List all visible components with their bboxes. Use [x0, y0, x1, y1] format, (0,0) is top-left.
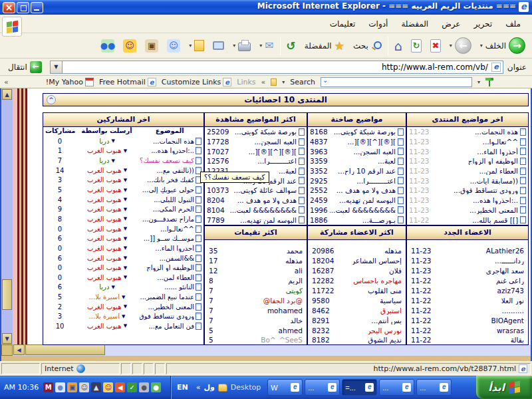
topic-link[interactable]: التبول الليلي... — [154, 196, 194, 203]
tray-smiley-icon[interactable]: ☺ — [79, 382, 89, 392]
quicklaunch-chevron-icon[interactable]: « — [196, 383, 201, 392]
table-row[interactable]: ][®][^][®][... 4837 — [308, 137, 406, 147]
menu-item[interactable]: تعليمات — [324, 17, 362, 31]
poster-name-link[interactable]: هبوب الغرب — [87, 235, 122, 242]
table-row[interactable]: mohamed 7 — [205, 305, 307, 315]
table-row[interactable]: البوسه لمن تهديه... 7789 — [205, 215, 307, 225]
topic-link[interactable]: الحرم المكي... — [153, 205, 194, 213]
table-row[interactable]: &&&&&&&& لعبت... 8104 — [205, 205, 307, 215]
links-search-input[interactable] — [321, 77, 472, 87]
member-name-link[interactable]: ALathier26 — [486, 247, 524, 255]
print-dropdown-icon[interactable]: ▾ — [233, 43, 235, 49]
address-dropdown-icon[interactable]: ▼ — [51, 61, 63, 73]
table-row[interactable]: محمد 35 — [205, 246, 307, 256]
table-row[interactable]: عندما نبيع الضمير... ▼اسيرة بلا... 5 — [43, 292, 203, 302]
member-name-link[interactable]: نورس البحر — [368, 327, 402, 334]
poster-name-link[interactable]: دريا — [99, 283, 109, 291]
member-name-link[interactable]: @برد الجفا@ — [263, 297, 303, 305]
poster-name-link[interactable]: دريا — [99, 157, 109, 164]
topic-link[interactable]: المعنى الخطير... — [432, 206, 518, 214]
table-row[interactable]: سياسية 9580 — [308, 295, 406, 305]
topic-link[interactable]: عندما نبيع الضمير... — [140, 293, 194, 301]
member-name-link[interactable]: محمد — [287, 247, 303, 255]
last-post-arrow-icon[interactable]: ▼ — [124, 188, 127, 193]
table-row[interactable]: العبه السجن... 17728 — [205, 137, 307, 147]
member-name-link[interactable]: aziz743 — [497, 287, 524, 295]
table-row[interactable]: ALathier26 11-23 — [407, 246, 528, 256]
table-row[interactable]: wrasras 11-22 — [407, 325, 528, 335]
table-row[interactable]: المعنى الخطير... ▼هبوب الغرب 2 — [43, 302, 203, 312]
table-row[interactable]: نديم الشوق 8182 — [308, 335, 406, 344]
table-row[interactable]: ردانــــــ... 11-23 — [407, 256, 528, 266]
table-row[interactable]: بقالة 11-22 — [407, 335, 528, 344]
table-row[interactable]: أحذروا الماء... 11-23 — [407, 146, 528, 156]
back-button[interactable]: → الخلف ▾ — [477, 36, 528, 55]
table-row[interactable]: &&السفن... ▼هبوب الغرب 6 — [43, 253, 203, 263]
last-post-arrow-icon[interactable]: ▼ — [111, 158, 114, 164]
table-row[interactable]: الوظيفه او الزواج ▼هبوب الغرب 0 — [43, 263, 203, 273]
table-row[interactable]: بـورصـــة... 1886 — [308, 215, 406, 225]
table-row[interactable]: بورصة شبكة كويتي... 25209 — [205, 127, 307, 137]
taskbar-window-button[interactable]: W e — [267, 379, 303, 396]
forward-button[interactable]: ← ▾ — [447, 36, 474, 55]
scroll-left-icon[interactable]: ◀ — [13, 344, 25, 355]
companion-dropdown-icon[interactable]: ▾ — [477, 79, 480, 85]
topic-link[interactable]: أحذروا الماء... — [432, 148, 518, 156]
research-button[interactable]: ▣ — [142, 38, 161, 54]
table-row[interactable]: منى القلوب 11722 — [308, 286, 406, 296]
topic-link[interactable]: ..:احذروا هذه... — [151, 147, 194, 154]
yahoo-messenger-button[interactable]: ☺ — [120, 38, 139, 54]
last-post-arrow-icon[interactable]: ▼ — [124, 168, 127, 173]
mail-button[interactable]: ✉▾ — [257, 38, 276, 53]
table-row[interactable]: هدف ولا مو هدف ... 8204 — [205, 196, 307, 205]
collapse-icon[interactable]: ^ — [47, 95, 56, 104]
table-row[interactable]: الريم 8 — [205, 276, 307, 286]
minimize-icon[interactable] — [31, 2, 43, 13]
tray-volume-icon[interactable]: ◀ — [115, 382, 125, 392]
stop-button[interactable]: ✖ — [428, 38, 444, 54]
mail-dropdown-icon[interactable]: ▾ — [259, 43, 262, 49]
topic-link[interactable]: المعنى الخطير... — [148, 303, 194, 311]
topic-link[interactable]: ((مسابقة ايات... — [432, 177, 518, 185]
topic-link[interactable]: البوسه لمن تهديه... — [227, 216, 297, 224]
link-my-yahoo[interactable]: My Yahoo! — [46, 78, 94, 86]
table-row[interactable]: إحساس المشاعر 18204 — [308, 256, 406, 266]
messenger-button[interactable]: ●● — [98, 38, 117, 54]
topic-link[interactable]: عند الرقم 10 راح... — [330, 167, 396, 175]
language-indicator[interactable]: EN — [172, 383, 194, 392]
last-post-arrow-icon[interactable]: ▼ — [124, 265, 127, 271]
arabic-app-icon[interactable]: ول — [203, 383, 214, 392]
favorites-button[interactable]: ★ المفضلة — [302, 38, 347, 54]
home-button[interactable]: ⌂ — [392, 39, 405, 53]
table-row[interactable]: كيف تسعف نفسك؟؟ ▼دريا 7 — [43, 156, 203, 166]
topic-link[interactable]: البوسه لمن تهديه... — [330, 196, 396, 204]
topic-link[interactable]: الوظيفه او الزواج — [146, 264, 194, 271]
table-row[interactable]: ماراح تصدقـــون... ▼هبوب الغرب 8 — [43, 214, 203, 224]
topic-link[interactable]: العبه السجن... — [231, 138, 297, 146]
topic-link[interactable]: بـورصـــة... — [330, 216, 396, 224]
page-horizontal-scrollbar[interactable]: ◀ — [1, 344, 531, 356]
member-name-link[interactable]: ali — [295, 267, 303, 275]
topic-link[interactable]: []] قسم بالله... — [432, 216, 518, 224]
table-row[interactable]: ^^تعالـوا... 11-23 — [407, 137, 528, 147]
menu-item[interactable]: عرض — [436, 17, 466, 31]
table-row[interactable]: العبه السجن... 3963 — [308, 146, 406, 156]
topic-link[interactable]: موســك ســو [[... — [144, 235, 194, 242]
notes-button[interactable]: ▾ — [186, 39, 207, 53]
last-post-arrow-icon[interactable]: ▼ — [124, 216, 127, 221]
member-name-link[interactable]: نور العلا — [501, 297, 524, 305]
last-post-arrow-icon[interactable]: ▼ — [124, 226, 127, 231]
table-row[interactable]: ][®][^][®][... 17027 — [205, 146, 307, 156]
member-name-link[interactable]: مذهله — [285, 257, 303, 265]
topic-link[interactable]: ورودي تتساقط فوق... — [140, 313, 194, 320]
poster-name-link[interactable]: هبوب الغرب — [87, 274, 122, 281]
table-row[interactable]: لعبة... 3359 — [308, 156, 406, 166]
topic-link[interactable]: &&&&&&&& لعبت... — [227, 206, 297, 214]
table-row[interactable]: أحذروا الماء... ▼هبوب الغرب 0 — [43, 243, 203, 253]
restore-icon[interactable] — [17, 2, 29, 13]
chevron-icon[interactable]: « — [261, 78, 266, 86]
table-row[interactable]: كفيك فخر بأنك... ▼هبوب الغرب 3 — [43, 176, 203, 186]
topic-link[interactable]: ][®][^][®][... — [231, 148, 297, 156]
tray-search-icon[interactable]: ● — [55, 382, 65, 392]
member-name-link[interactable]: سياسية — [380, 297, 402, 305]
